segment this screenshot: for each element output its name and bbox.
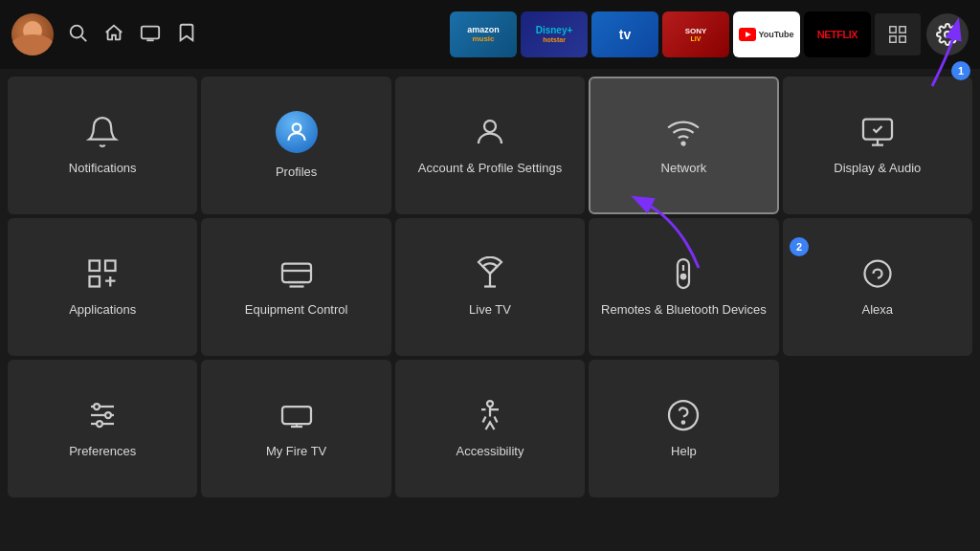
svg-point-9 — [292, 123, 301, 132]
notifications-label: Notifications — [69, 161, 137, 177]
svg-point-24 — [681, 274, 686, 278]
svg-point-10 — [484, 121, 496, 132]
liv-label: tv — [619, 27, 631, 42]
tv-icon[interactable] — [140, 22, 161, 48]
settings-grid: Notifications Profiles Account & Profile… — [0, 73, 980, 501]
equipment-label: Equipment Control — [245, 302, 348, 319]
grid-item-applications[interactable]: Applications — [8, 218, 197, 356]
app-grid[interactable] — [875, 13, 921, 55]
grid-item-accessibility[interactable]: Accessibility — [395, 360, 585, 497]
app-liv[interactable]: tv — [591, 11, 658, 57]
wifi-icon — [666, 115, 701, 149]
netflix-label: NETFLIX — [817, 29, 858, 40]
settings-gear-icon — [936, 23, 959, 46]
youtube-play-icon — [739, 28, 756, 41]
firetv-icon — [279, 398, 314, 432]
profiles-avatar-icon — [276, 111, 318, 153]
grid-item-empty — [783, 360, 972, 497]
topbar: amazon music Disney+ hotstar tv SONY LIV — [0, 0, 980, 69]
svg-rect-16 — [282, 263, 311, 282]
svg-rect-15 — [90, 276, 100, 287]
equipment-tv-icon — [279, 256, 314, 291]
account-label: Account & Profile Settings — [418, 161, 562, 177]
svg-rect-14 — [105, 260, 116, 271]
nav-icons — [67, 22, 197, 48]
svg-rect-5 — [900, 27, 905, 33]
grid-item-account[interactable]: Account & Profile Settings — [395, 77, 585, 214]
bell-icon — [85, 115, 120, 149]
svg-rect-4 — [890, 27, 896, 33]
antenna-icon — [473, 256, 507, 291]
svg-point-36 — [669, 401, 698, 430]
sliders-icon — [85, 398, 120, 432]
svg-point-31 — [97, 421, 102, 427]
display-audio-label: Display & Audio — [834, 161, 921, 177]
search-icon[interactable] — [67, 22, 88, 48]
app-amazon-music[interactable]: amazon music — [450, 11, 517, 57]
app-youtube[interactable]: YouTube — [733, 11, 800, 57]
svg-line-1 — [81, 36, 86, 41]
grid-item-display-audio[interactable]: Display & Audio — [783, 77, 972, 214]
grid-item-preferences[interactable]: Preferences — [8, 360, 197, 497]
remotes-label: Remotes & Bluetooth Devices — [601, 302, 767, 319]
svg-point-29 — [94, 404, 100, 409]
disney-logo: Disney+ hotstar — [536, 25, 573, 44]
youtube-text: YouTube — [758, 30, 793, 39]
display-icon — [860, 115, 895, 149]
alexa-label: Alexa — [862, 302, 894, 319]
grid-item-equipment[interactable]: Equipment Control — [201, 218, 390, 356]
grid-item-alexa[interactable]: Alexa — [783, 218, 972, 356]
svg-point-35 — [487, 401, 493, 407]
accessibility-icon — [473, 398, 507, 432]
network-label: Network — [661, 161, 707, 177]
app-disney-hotstar[interactable]: Disney+ hotstar — [521, 11, 588, 57]
profile-person-icon — [284, 120, 309, 144]
app-icons: amazon music Disney+ hotstar tv SONY LIV — [450, 11, 921, 57]
sony-label: SONY LIV — [685, 27, 707, 42]
help-label: Help — [671, 444, 697, 460]
grid-item-help[interactable]: Help — [589, 360, 778, 497]
help-icon — [666, 398, 701, 432]
svg-rect-6 — [890, 36, 896, 42]
svg-point-25 — [864, 260, 890, 286]
svg-rect-32 — [282, 407, 311, 424]
svg-point-37 — [682, 421, 684, 423]
grid-item-firetv[interactable]: My Fire TV — [201, 360, 390, 497]
svg-point-0 — [71, 25, 83, 37]
svg-rect-2 — [142, 26, 159, 38]
account-person-icon — [473, 115, 507, 149]
grid-item-livetv[interactable]: Live TV — [395, 218, 585, 356]
grid-item-remotes[interactable]: Remotes & Bluetooth Devices — [589, 218, 778, 356]
firetv-label: My Fire TV — [266, 444, 326, 460]
app-netflix[interactable]: NETFLIX — [804, 11, 871, 57]
svg-point-30 — [105, 412, 111, 418]
remote-icon — [666, 256, 701, 291]
apps-icon — [85, 256, 120, 291]
profiles-label: Profiles — [276, 165, 317, 181]
svg-point-8 — [945, 32, 950, 37]
app-sony[interactable]: SONY LIV — [662, 11, 729, 57]
home-icon[interactable] — [103, 22, 124, 48]
bookmark-icon[interactable] — [176, 22, 197, 48]
grid-item-network[interactable]: Network — [589, 77, 778, 214]
settings-button[interactable] — [926, 13, 969, 55]
applications-label: Applications — [69, 302, 136, 319]
grid-icon — [887, 24, 908, 45]
accessibility-label: Accessibility — [457, 444, 524, 460]
grid-item-notifications[interactable]: Notifications — [8, 77, 197, 214]
grid-item-profiles[interactable]: Profiles — [201, 77, 390, 214]
preferences-label: Preferences — [69, 444, 136, 460]
livetv-label: Live TV — [469, 302, 511, 319]
svg-point-11 — [682, 142, 685, 144]
avatar[interactable] — [11, 13, 54, 55]
svg-rect-7 — [900, 36, 905, 42]
alexa-icon — [860, 256, 895, 291]
svg-rect-13 — [90, 260, 100, 271]
youtube-logo: YouTube — [739, 28, 793, 41]
